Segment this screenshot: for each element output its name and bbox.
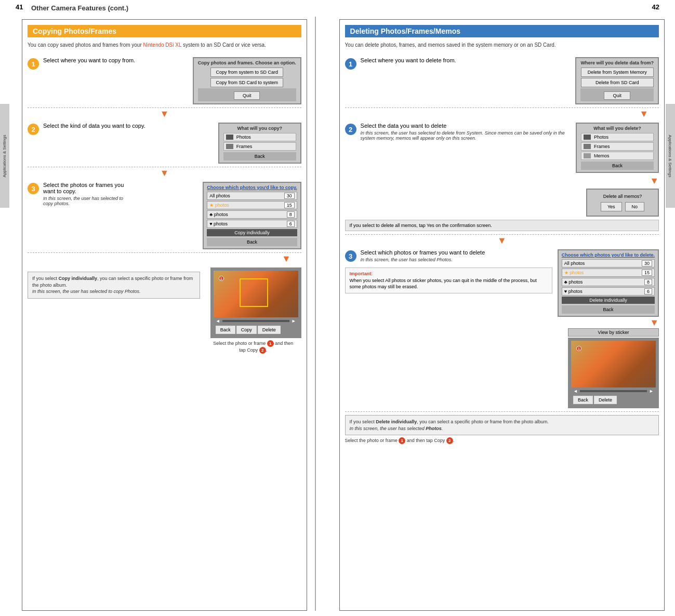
delete-individually-btn[interactable]: Delete individually — [562, 297, 655, 304]
right-step2: 2 Select the data you want to delete In … — [345, 119, 659, 235]
right-step3: 3 Select which photos or frames you want… — [345, 246, 659, 412]
step1-text-left: Select where you want to copy from. — [43, 57, 135, 63]
memos-icon-right — [584, 153, 591, 158]
step1-circle-left: 1 — [28, 58, 39, 70]
photo-prev-icon-right[interactable]: ◄ — [573, 389, 578, 394]
back-btn-step2-left[interactable]: Back — [223, 152, 296, 160]
photo-image-left: 1 — [214, 271, 298, 317]
left-info-box: If you select Copy individually, you can… — [28, 272, 200, 299]
heart-photos-row-left[interactable]: ♥ photos 6 — [207, 220, 297, 228]
left-step1: 1 Select where you want to copy from. Co… — [28, 54, 301, 108]
delete-from-sd-btn[interactable]: Delete from SD Card — [581, 78, 654, 87]
delete-btn-album-left[interactable]: Delete — [258, 326, 281, 334]
important-text: When you select All photos or sticker ph… — [350, 277, 548, 290]
step2-screen-left: What will you copy? Photos Frames Back — [218, 123, 301, 164]
right-step2b-info: If you select to delete all memos, tap Y… — [345, 220, 659, 231]
photo-prev-icon[interactable]: ◄ — [216, 318, 220, 324]
right-section-title: Deleting Photos/Frames/Memos — [345, 25, 659, 37]
step2-italic-right: In this screen, the user has selected to… — [361, 130, 565, 141]
left-step3b: If you select Copy individually, you can… — [28, 264, 301, 357]
all-photos-label-left: All photos — [209, 193, 230, 198]
right-info-box: If you select Delete individually, you c… — [345, 415, 659, 435]
photos-item-left[interactable]: Photos — [223, 133, 296, 141]
copy-sd-to-system-btn[interactable]: Copy from SD Card to system — [210, 78, 283, 87]
star-photos-count-right: 15 — [642, 270, 652, 276]
album-caption-left: Select the photo or frame 1 and thentap … — [213, 340, 293, 354]
quit-btn-right-step1[interactable]: Quit — [604, 91, 630, 100]
delete-btn-album-right[interactable]: Delete — [594, 396, 617, 404]
back-btn-step3-right[interactable]: Back — [562, 305, 655, 314]
left-intro: You can copy saved photos and frames fro… — [28, 42, 301, 49]
photo-album-right: 1 ◄ ► Back Delete — [568, 338, 659, 408]
memos-item-right[interactable]: Memos — [581, 152, 654, 160]
copy-btn-album-left[interactable]: Copy — [236, 326, 257, 334]
arrow-right-4: ▼ — [650, 318, 659, 327]
copy-individually-btn[interactable]: Copy individually — [207, 229, 297, 236]
anno-2-right: 2 — [446, 437, 453, 444]
photo-slider[interactable] — [222, 320, 289, 322]
copy-system-to-sd-btn[interactable]: Copy from system to SD Card — [210, 68, 283, 77]
confirm-text: Delete all memos? — [591, 194, 654, 199]
no-btn[interactable]: No — [625, 202, 645, 211]
photos-item-right[interactable]: Photos — [581, 133, 654, 141]
photo-album-left: 1 ◄ ► Back Copy Delete — [210, 267, 301, 338]
step2-text-right: Select the data you want to delete — [361, 123, 565, 129]
photo-next-icon[interactable]: ► — [292, 318, 296, 324]
arrow-left-2: ▼ — [28, 168, 301, 178]
heart-photos-count-left: 6 — [287, 221, 295, 227]
all-photos-row-right[interactable]: All photos 30 — [562, 259, 655, 267]
side-tab-right: Applications & Settings — [666, 104, 675, 208]
club-photos-row-right[interactable]: ♣ photos 8 — [562, 278, 655, 286]
step1-screen-right: Where will you delete data from? Delete … — [575, 57, 659, 104]
frames-item-left[interactable]: Frames — [223, 142, 296, 151]
step1-text-right: Select where you want to delete from. — [361, 57, 456, 63]
step3-choose-title-right: Choose which photos you'd like to delete… — [562, 252, 655, 258]
frames-icon-right — [584, 144, 591, 149]
arrow-right-2b: ▼ — [650, 176, 659, 185]
delete-from-system-btn[interactable]: Delete from System Memory — [581, 68, 654, 77]
memos-label-right: Memos — [594, 153, 610, 158]
quit-btn-left-step1[interactable]: Quit — [234, 91, 260, 100]
all-photos-label-right: All photos — [564, 261, 585, 266]
photo-frame-yellow-left — [240, 278, 268, 307]
back-btn-album-left[interactable]: Back — [216, 326, 235, 334]
left-step3: 3 Select the photos or frames you want t… — [28, 179, 301, 253]
back-btn-album-right[interactable]: Back — [573, 396, 593, 404]
frames-label-right: Frames — [594, 144, 610, 149]
step3-screen-left: Choose which photos you'd like to copy. … — [203, 182, 301, 249]
right-info-text: If you select Delete individually, you c… — [350, 419, 549, 431]
back-btn-step3-left[interactable]: Back — [207, 238, 297, 246]
heart-photos-row-right[interactable]: ♥ photos 6 — [562, 287, 655, 296]
side-tab-left: Applications & Settings — [0, 104, 9, 208]
photo-next-icon-right[interactable]: ► — [649, 389, 654, 394]
left-section: Copying Photos/Frames You can copy saved… — [22, 19, 307, 611]
star-photos-row-right[interactable]: ★ photos 15 — [562, 269, 655, 277]
photo-slider-right[interactable] — [580, 390, 647, 392]
yes-btn[interactable]: Yes — [601, 202, 622, 211]
club-photos-row-left[interactable]: ♣ photos 8 — [207, 210, 297, 219]
page-header: Other Camera Features (cont.) — [0, 0, 675, 16]
photos-icon-right — [584, 135, 591, 140]
step3-text-right: Select which photos or frames you want t… — [361, 249, 552, 256]
back-btn-step2-right[interactable]: Back — [581, 162, 654, 170]
side-tab-right-label: Applications & Settings — [668, 135, 673, 177]
view-by-sticker-label: View by sticker — [568, 328, 659, 337]
side-tab-left-label: Applications & Settings — [3, 135, 7, 177]
star-photos-row-left[interactable]: ★ photos 15 — [207, 201, 297, 209]
right-step3b: If you select Delete individually, you c… — [345, 412, 659, 447]
star-photos-label-right: ★ photos — [564, 270, 584, 275]
heart-photos-label-right: ♥ photos — [564, 289, 583, 294]
left-info-text: If you select Copy individually, you can… — [32, 276, 193, 294]
important-label: Important: — [350, 271, 548, 277]
step2-text-left: Select the kind of data you want to copy… — [43, 123, 145, 129]
step3-screen-right: Choose which photos you'd like to delete… — [558, 249, 659, 317]
all-photos-row-left[interactable]: All photos 30 — [207, 192, 297, 200]
left-section-title: Copying Photos/Frames — [28, 25, 301, 37]
frames-item-right[interactable]: Frames — [581, 142, 654, 151]
anno-2-left: 2 — [259, 347, 266, 354]
step2-screen-title-left: What will you copy? — [223, 126, 296, 131]
arrow-left-3: ▼ — [282, 254, 291, 263]
photos-icon-left — [226, 135, 233, 140]
step1-screen-title-left: Copy photos and frames. Choose an option… — [198, 60, 296, 65]
step1-screen-title-right: Where will you delete data from? — [580, 60, 654, 65]
